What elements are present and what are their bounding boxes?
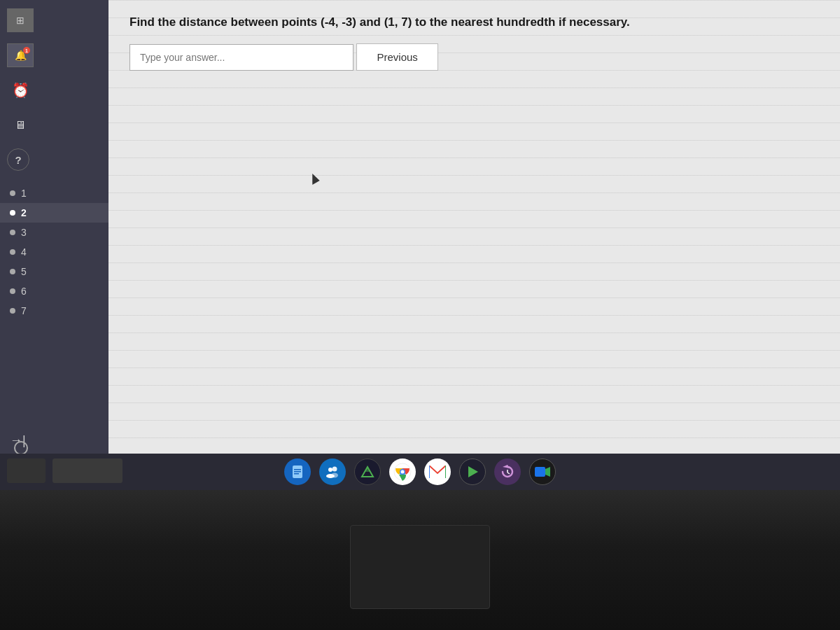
svg-marker-18	[503, 465, 510, 468]
taskbar	[0, 454, 840, 490]
svg-line-20	[507, 472, 510, 474]
play-store-icon[interactable]	[459, 458, 486, 485]
bullet-7	[10, 308, 15, 314]
help-icon-row[interactable]: ?	[0, 143, 108, 176]
item-number-4: 4	[21, 246, 27, 258]
screen-content: Find the distance between points (-4, -3…	[108, 0, 840, 490]
drive-icon[interactable]	[354, 458, 381, 485]
notification-icon[interactable]: 🔔 1	[7, 43, 34, 67]
previous-button[interactable]: Previous	[356, 43, 438, 71]
status-circle	[14, 441, 28, 455]
svg-rect-2	[294, 471, 301, 472]
files-icon[interactable]	[284, 458, 311, 485]
question-list: 1 2 3 4 5 6 7	[0, 183, 108, 321]
laptop-chassis	[0, 490, 840, 630]
clock-icon-row[interactable]: ⏰	[0, 73, 108, 108]
sidebar-item-7[interactable]: 7	[0, 301, 108, 321]
svg-point-7	[326, 474, 335, 478]
gmail-icon[interactable]	[424, 458, 451, 485]
chrome-icon[interactable]	[389, 458, 416, 485]
sidebar-item-5[interactable]: 5	[0, 262, 108, 281]
sidebar-item-1[interactable]: 1	[0, 183, 108, 203]
sidebar: ⊞ 🔔 1 ⏰ 🖥 ? 1	[0, 0, 108, 490]
svg-rect-3	[294, 473, 299, 475]
notification-icon-row[interactable]: 🔔 1	[0, 38, 108, 73]
item-number-6: 6	[21, 286, 27, 297]
bullet-5	[10, 269, 15, 274]
clock-icon[interactable]: ⏰	[7, 78, 34, 102]
monitor-icon-row[interactable]: 🖥	[0, 108, 108, 143]
item-number-2: 2	[21, 207, 27, 218]
question-text: Find the distance between points (-4, -3…	[130, 14, 819, 31]
svg-point-13	[401, 470, 405, 474]
svg-marker-22	[545, 467, 550, 477]
notification-dot: 1	[23, 47, 30, 54]
grid-icon-row: ⊞	[0, 0, 108, 38]
main-area: Find the distance between points (-4, -3…	[108, 0, 840, 490]
item-number-7: 7	[21, 305, 27, 316]
teams-icon[interactable]	[319, 458, 346, 485]
bullet-2	[10, 210, 15, 216]
item-number-1: 1	[21, 188, 27, 199]
bottom-item-2	[52, 458, 122, 483]
bullet-4	[10, 249, 15, 255]
sidebar-item-6[interactable]: 6	[0, 281, 108, 301]
sidebar-item-2[interactable]: 2	[0, 203, 108, 223]
svg-rect-1	[294, 469, 301, 470]
item-number-5: 5	[21, 266, 27, 277]
svg-point-6	[328, 468, 332, 472]
item-number-3: 3	[21, 227, 27, 238]
sidebar-top-icons: ⊞ 🔔 1 ⏰ 🖥 ?	[0, 0, 108, 176]
monitor-icon[interactable]: 🖥	[7, 113, 34, 137]
sidebar-item-3[interactable]: 3	[0, 223, 108, 242]
bullet-1	[10, 190, 15, 196]
svg-rect-21	[535, 467, 545, 477]
bullet-6	[10, 288, 15, 294]
svg-marker-17	[468, 466, 478, 477]
bottom-left-items	[7, 458, 122, 483]
sidebar-item-4[interactable]: 4	[0, 242, 108, 262]
answer-input[interactable]	[130, 44, 354, 71]
history-icon[interactable]	[494, 458, 521, 485]
bottom-item-1	[7, 458, 46, 483]
trackpad[interactable]	[350, 525, 490, 609]
help-icon[interactable]: ?	[7, 148, 29, 171]
meet-icon[interactable]	[529, 458, 556, 485]
grid-icon[interactable]: ⊞	[7, 8, 34, 32]
bullet-3	[10, 230, 15, 235]
svg-point-4	[332, 467, 337, 472]
